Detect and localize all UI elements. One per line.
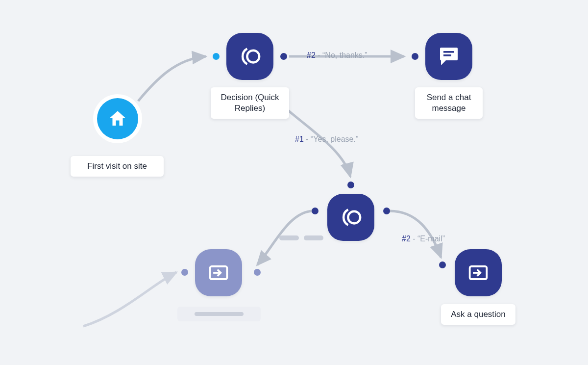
chat-icon <box>437 45 461 68</box>
port-decision2-in-top <box>347 182 354 188</box>
svg-rect-2 <box>443 54 451 56</box>
label-ask-question: Ask a question <box>441 304 515 325</box>
label-decision-1-text: Decision (Quick Replies) <box>220 93 279 113</box>
label-send-chat-text: Send a chat message <box>427 93 471 113</box>
port-decision2-out-r <box>383 208 390 214</box>
port-inputfaded-in-r <box>254 269 261 276</box>
port-inputfaded-in-l <box>181 269 188 276</box>
node-send-chat[interactable] <box>425 33 472 80</box>
label-first-visit: First visit on site <box>71 156 164 177</box>
edge-num-yes-please: #1 <box>295 135 304 143</box>
decision-icon <box>237 43 263 70</box>
port-sendchat-in <box>412 53 418 60</box>
port-ask-in <box>439 261 446 268</box>
port-decision1-out-r <box>280 53 287 60</box>
node-decision-2[interactable] <box>327 194 374 241</box>
label-input-faded-placeholder <box>177 307 261 321</box>
svg-point-3 <box>348 211 360 224</box>
edge-label-yes-please: #1 - “Yes, please.” <box>295 135 358 144</box>
edge-text-no-thanks: - “No, thanks.” <box>316 51 368 59</box>
edge-label-no-thanks: #2 - “No, thanks.” <box>307 51 368 60</box>
node-first-visit[interactable] <box>97 98 138 139</box>
placeholder-dashes <box>279 235 323 240</box>
svg-rect-1 <box>443 51 454 53</box>
home-icon <box>107 108 128 129</box>
label-decision-1: Decision (Quick Replies) <box>211 87 289 119</box>
label-send-chat: Send a chat message <box>415 87 483 119</box>
edge-label-email: #2 - “E-mail” <box>402 235 445 243</box>
svg-point-0 <box>247 51 259 63</box>
node-ask-question[interactable] <box>455 249 502 296</box>
port-decision2-out-l <box>312 208 318 214</box>
edge-text-email: - “E-mail” <box>411 235 445 243</box>
port-decision1-in <box>213 53 220 60</box>
label-ask-question-text: Ask a question <box>451 310 506 319</box>
node-decision-1[interactable] <box>226 33 273 80</box>
edge-num-email: #2 <box>402 235 411 243</box>
decision-icon <box>338 204 364 231</box>
edge-text-yes-please: - “Yes, please.” <box>304 135 358 143</box>
label-first-visit-text: First visit on site <box>87 161 147 171</box>
input-icon <box>206 260 231 286</box>
edge-num-no-thanks: #2 <box>307 51 316 59</box>
node-input-faded[interactable] <box>195 249 242 296</box>
input-icon <box>466 260 491 286</box>
placeholder-bar <box>195 312 244 316</box>
